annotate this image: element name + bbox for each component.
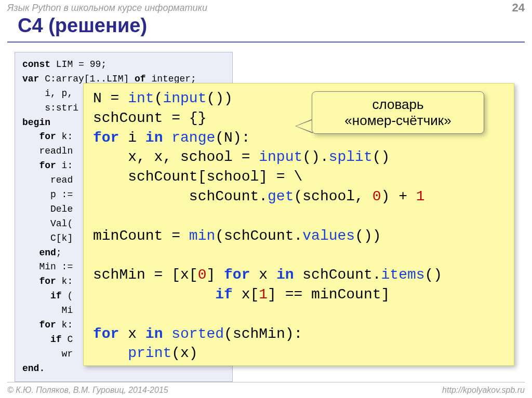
code-text: min <box>189 228 215 244</box>
code-text: s:stri <box>22 103 78 113</box>
code-text <box>22 320 39 330</box>
code-text: k: <box>56 276 73 286</box>
code-text: 0 <box>198 267 207 283</box>
code-text <box>22 334 50 345</box>
code-text <box>22 276 39 286</box>
code-text: of <box>135 74 146 84</box>
title-underline <box>7 42 525 43</box>
callout-text: словарь «номер-счётчик» <box>344 97 451 129</box>
code-text: ; <box>56 248 62 258</box>
page-number: 24 <box>512 1 525 15</box>
code-text: x <box>119 326 145 342</box>
code-text: end. <box>22 363 45 374</box>
code-text: const <box>22 59 50 70</box>
code-text: ] == minCount] <box>268 286 390 303</box>
code-text: () <box>425 267 443 283</box>
footer-url: http://kpolyakov.spb.ru <box>442 386 525 395</box>
code-text <box>163 130 171 146</box>
code-text: input <box>259 149 302 165</box>
code-text: x, x, school = <box>93 149 259 165</box>
code-text: C[k] <box>22 233 73 243</box>
code-text: values <box>302 228 355 244</box>
code-text: (N): <box>215 130 250 146</box>
code-text: ()) <box>206 90 232 106</box>
code-text: x[ <box>233 286 259 303</box>
code-text: input <box>163 90 206 106</box>
code-text: (schCount. <box>215 228 302 244</box>
code-text: schCount[school] = \ <box>93 169 302 185</box>
code-text <box>93 286 215 303</box>
code-text: readln <box>22 146 73 156</box>
code-text: for <box>39 160 56 171</box>
code-text <box>22 291 50 301</box>
code-text: (). <box>302 149 328 165</box>
code-text: i, p, <box>22 88 73 99</box>
code-text: i <box>119 130 145 146</box>
code-text: LIM = 99; <box>50 59 107 70</box>
code-text: split <box>329 149 373 165</box>
code-text: schCount = {} <box>93 110 206 126</box>
header: Язык Python в школьном курсе информатики… <box>0 0 532 15</box>
code-text: begin <box>22 117 50 128</box>
code-text: minCount = <box>93 228 189 244</box>
code-text: if <box>215 286 233 303</box>
code-text: i: <box>56 160 73 171</box>
code-text: ( <box>62 291 73 301</box>
code-text: wr <box>22 349 73 359</box>
code-text: Dele <box>22 204 73 214</box>
code-text: in <box>145 326 163 342</box>
code-text: (school, <box>294 188 372 204</box>
callout-bubble: словарь «номер-счётчик» <box>312 91 484 134</box>
code-text: for <box>93 326 119 342</box>
code-text: for <box>93 130 119 146</box>
code-text: Val( <box>22 218 73 229</box>
code-text: for <box>39 131 56 142</box>
callout-line2: «номер-счётчик» <box>344 113 451 128</box>
code-text: 1 <box>416 188 425 204</box>
code-text: 0 <box>373 188 381 204</box>
code-text: 1 <box>259 286 268 303</box>
code-text: read <box>22 175 73 185</box>
code-text: Min := <box>22 262 73 272</box>
slide: Язык Python в школьном курсе информатики… <box>0 0 532 398</box>
code-text: () <box>373 149 390 165</box>
code-text <box>93 345 128 361</box>
code-text <box>22 248 39 258</box>
code-text: Mi <box>22 305 73 315</box>
code-text: p := <box>22 189 73 200</box>
code-text: ()) <box>355 228 381 244</box>
code-text <box>163 326 171 342</box>
code-text: for <box>39 276 56 286</box>
code-text: ( <box>154 90 163 106</box>
code-text: var <box>22 74 39 84</box>
code-text: for <box>39 320 56 330</box>
code-text <box>22 131 39 142</box>
footer-copyright: © К.Ю. Поляков, В.М. Гуровиц, 2014-2015 <box>7 386 168 395</box>
code-text: x <box>250 267 276 283</box>
code-text: C:array[1..LIM] <box>39 74 135 84</box>
code-text: schCount. <box>93 188 268 204</box>
code-text: end <box>39 248 56 258</box>
code-text: schCount. <box>294 267 381 283</box>
code-text: integer; <box>146 74 196 84</box>
code-text: range <box>171 130 215 146</box>
code-text: if <box>50 334 62 345</box>
code-text: k: <box>56 131 73 142</box>
code-text: ) + <box>381 188 416 204</box>
code-text: print <box>128 345 171 361</box>
code-text: if <box>50 291 62 301</box>
code-text: get <box>268 188 294 204</box>
code-text: C <box>62 334 73 345</box>
code-text: int <box>128 90 154 106</box>
code-text: (schMin): <box>224 326 302 342</box>
footer-divider <box>7 382 525 382</box>
code-text <box>22 160 39 171</box>
code-text: in <box>276 267 294 283</box>
code-text: k: <box>56 320 73 330</box>
code-text: items <box>381 267 425 283</box>
code-text: for <box>224 267 250 283</box>
callout-line1: словарь <box>373 97 424 112</box>
code-text: (x) <box>171 345 197 361</box>
code-text: ] <box>206 267 224 283</box>
code-text: N = <box>93 90 128 106</box>
